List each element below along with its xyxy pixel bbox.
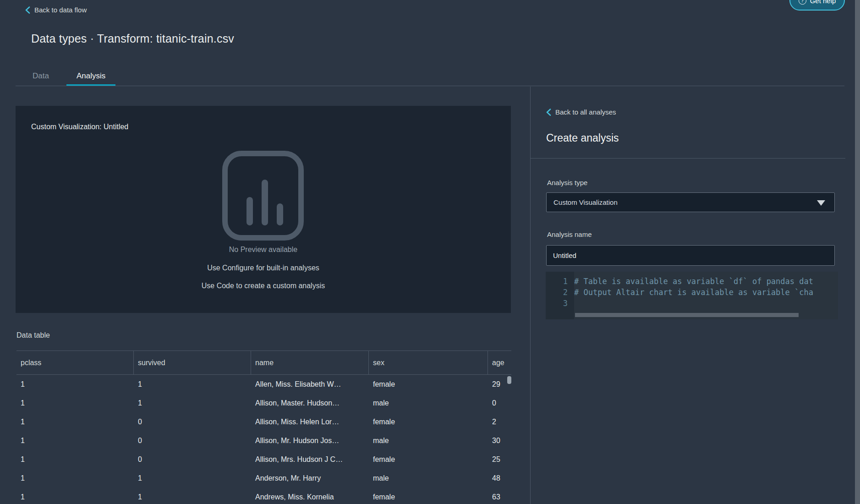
analysis-name-input[interactable] [546, 245, 835, 266]
column-header-age[interactable]: age [488, 351, 511, 374]
page-title: Data types · Transform: titanic-train.cs… [31, 32, 234, 45]
tab-analysis[interactable]: Analysis [66, 68, 115, 86]
panel-divider [530, 158, 845, 159]
table-cell: 1 [16, 431, 134, 450]
page-scrollbar[interactable] [855, 0, 860, 504]
table-row[interactable]: 11Anderson, Mr. Harrymale48 [16, 469, 511, 488]
table-cell: 1 [16, 394, 134, 412]
table-body: 11Allen, Miss. Elisabeth W…female2911All… [16, 375, 511, 504]
table-row[interactable]: 10Allison, Mr. Hudson Jos…male30 [16, 431, 511, 450]
table-cell: Allen, Miss. Elisabeth W… [251, 375, 369, 394]
table-cell: 1 [134, 488, 251, 504]
tab-bar: Data Analysis [22, 68, 115, 86]
table-row[interactable]: 10Allison, Mrs. Hudson J C…female25 [16, 450, 511, 469]
table-cell: female [369, 375, 488, 394]
data-table: pclass survived name sex age 11Allen, Mi… [16, 351, 511, 504]
code-line: 1# Table is available as variable `df` o… [546, 276, 838, 287]
get-help-button[interactable]: ? Get help [789, 0, 845, 11]
chevron-left-icon [25, 6, 30, 14]
code-text: # Table is available as variable `df` of… [574, 276, 838, 287]
table-cell: 1 [134, 394, 251, 412]
table-cell: Andrews, Miss. Kornelia [251, 488, 369, 504]
code-editor-hscrollbar-thumb[interactable] [575, 313, 799, 317]
table-cell: 0 [134, 431, 251, 450]
back-to-data-flow-link[interactable]: Back to data flow [25, 6, 87, 14]
table-cell: 2 [488, 412, 511, 431]
table-cell: female [369, 488, 488, 504]
no-preview-text: No Preview available [16, 246, 511, 254]
table-cell: Allison, Mr. Hudson Jos… [251, 431, 369, 450]
table-cell: 0 [488, 394, 511, 412]
table-cell: 1 [16, 469, 134, 488]
analysis-name-label: Analysis name [547, 230, 592, 238]
table-cell: 1 [134, 469, 251, 488]
bar-chart-icon [219, 149, 307, 242]
table-cell: Allison, Mrs. Hudson J C… [251, 450, 369, 469]
code-text [574, 298, 838, 309]
code-editor[interactable]: 1# Table is available as variable `df` o… [546, 272, 838, 319]
table-row[interactable]: 10Allison, Miss. Helen Lor…female2 [16, 412, 511, 431]
code-text: # Output Altair chart is available as va… [574, 287, 838, 298]
table-cell: Allison, Master. Hudson… [251, 394, 369, 412]
table-cell: Anderson, Mr. Harry [251, 469, 369, 488]
table-cell: 25 [488, 450, 511, 469]
table-cell: male [369, 394, 488, 412]
table-row[interactable]: 11Allen, Miss. Elisabeth W…female29 [16, 375, 511, 394]
table-cell: 1 [16, 375, 134, 394]
table-cell: 1 [16, 488, 134, 504]
table-cell: 63 [488, 488, 511, 504]
preview-title: Custom Visualization: Untitled [31, 123, 128, 131]
code-line: 2# Output Altair chart is available as v… [546, 287, 838, 298]
hint-code-text: Use Code to create a custom analysis [16, 282, 511, 290]
table-row[interactable]: 11Andrews, Miss. Korneliafemale63 [16, 488, 511, 504]
data-table-label: Data table [16, 331, 50, 340]
chevron-down-icon [817, 200, 825, 206]
analysis-type-select[interactable]: Custom Visualization [546, 192, 835, 212]
table-scrollbar-thumb[interactable] [507, 376, 511, 384]
table-cell: 48 [488, 469, 511, 488]
section-divider [530, 87, 531, 504]
hint-configure-text: Use Configure for built-in analyses [16, 264, 511, 272]
code-line: 3 [546, 298, 838, 309]
table-cell: 0 [134, 450, 251, 469]
get-help-label: Get help [810, 0, 836, 5]
analysis-type-value: Custom Visualization [547, 198, 618, 206]
column-header-sex[interactable]: sex [369, 351, 488, 374]
table-cell: male [369, 469, 488, 488]
back-to-all-analyses-link[interactable]: Back to all analyses [546, 108, 616, 116]
line-number: 2 [546, 287, 574, 298]
column-header-survived[interactable]: survived [134, 351, 251, 374]
table-cell: female [369, 450, 488, 469]
column-header-name[interactable]: name [251, 351, 369, 374]
create-analysis-title: Create analysis [546, 132, 619, 144]
back-to-data-flow-label: Back to data flow [34, 6, 87, 14]
table-cell: 1 [134, 375, 251, 394]
column-header-pclass[interactable]: pclass [16, 351, 134, 374]
table-cell: female [369, 412, 488, 431]
analysis-type-label: Analysis type [547, 179, 587, 186]
table-cell: Allison, Miss. Helen Lor… [251, 412, 369, 431]
table-cell: 1 [16, 450, 134, 469]
line-number: 3 [546, 298, 574, 309]
table-header: pclass survived name sex age [16, 351, 511, 375]
line-number: 1 [546, 276, 574, 287]
app-window: Back to data flow ? Get help Data types … [0, 0, 860, 504]
tabbar-divider [16, 86, 844, 86]
table-cell: 30 [488, 431, 511, 450]
chevron-left-icon [546, 109, 551, 116]
table-row[interactable]: 11Allison, Master. Hudson…male0 [16, 394, 511, 412]
table-cell: 0 [134, 412, 251, 431]
code-lines: 1# Table is available as variable `df` o… [546, 276, 838, 309]
back-to-all-analyses-label: Back to all analyses [555, 108, 616, 116]
table-cell: 1 [16, 412, 134, 431]
table-cell: male [369, 431, 488, 450]
help-icon: ? [799, 0, 806, 5]
tab-data[interactable]: Data [22, 68, 59, 86]
preview-panel: Custom Visualization: Untitled No Previe… [16, 106, 511, 313]
